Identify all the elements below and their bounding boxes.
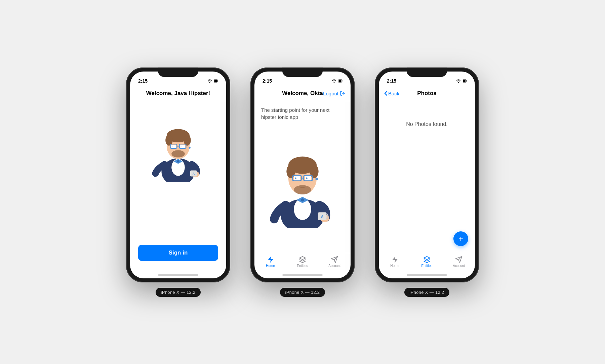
tab-entities-3[interactable]: Entities — [417, 256, 437, 268]
tab-entities-label-3: Entities — [421, 264, 433, 268]
svg-point-43 — [310, 165, 319, 178]
svg-text:A: A — [321, 214, 324, 218]
logout-icon — [340, 91, 345, 96]
back-button[interactable]: Back — [384, 91, 399, 96]
back-label: Back — [388, 91, 399, 96]
notch2 — [282, 67, 323, 77]
phone2-screen: 2:15 Welcome, Okta Logout — [254, 72, 351, 278]
home-screen-content: The starting point for your next hipster… — [254, 101, 351, 253]
svg-rect-59 — [467, 80, 467, 81]
logout-button[interactable]: Logout — [323, 91, 345, 96]
tab-home-label-2: Home — [266, 264, 275, 268]
phone2-frame: 2:15 Welcome, Okta Logout — [250, 67, 355, 282]
phone3-screen: 2:15 Back Photos — [379, 72, 475, 278]
logout-label: Logout — [323, 91, 338, 96]
status-icons-3 — [456, 79, 467, 83]
photos-screen-content: No Photos found. + — [379, 101, 475, 253]
tab-entities-label-2: Entities — [297, 264, 308, 268]
layers-icon-2 — [299, 256, 306, 263]
phone3-frame: 2:15 Back Photos — [375, 67, 479, 282]
nav-title-1: Welcome, Java Hipster! — [146, 90, 210, 97]
notch1 — [158, 67, 198, 77]
svg-rect-29 — [342, 80, 343, 81]
battery-icon-1 — [214, 79, 218, 83]
bolt-icon-3 — [391, 256, 399, 263]
svg-point-35 — [301, 198, 304, 201]
svg-point-16 — [171, 150, 185, 157]
phone2-label: iPhone X — 12.2 — [280, 288, 325, 297]
svg-point-27 — [334, 82, 335, 83]
status-time-2: 2:15 — [263, 78, 272, 84]
svg-marker-61 — [392, 256, 398, 262]
phone3-wrapper: 2:15 Back Photos — [375, 67, 479, 297]
nav-title-3: Photos — [417, 90, 437, 97]
nav-bar-3: Back Photos — [379, 86, 475, 101]
svg-rect-48 — [294, 176, 300, 180]
tab-home-3[interactable]: Home — [385, 256, 405, 268]
tab-account-3[interactable]: Account — [449, 256, 469, 268]
home-bar-2 — [282, 274, 323, 276]
avatar-svg-2: A — [266, 124, 339, 228]
wifi-icon-1 — [207, 79, 212, 83]
phone3-label: iPhone X — 12.2 — [404, 288, 450, 297]
account-icon-3 — [455, 256, 462, 263]
no-photos-text: No Photos found. — [406, 121, 448, 127]
svg-point-57 — [458, 82, 459, 83]
svg-rect-3 — [214, 80, 217, 82]
svg-rect-60 — [463, 80, 466, 82]
account-icon-2 — [331, 256, 338, 263]
wifi-icon-3 — [456, 79, 461, 83]
svg-point-26 — [189, 147, 191, 148]
svg-marker-62 — [424, 256, 430, 259]
status-icons-1 — [207, 79, 218, 83]
phone1-screen: 2:15 Welcome, Java Hipster! — [130, 72, 226, 278]
battery-icon-2 — [338, 79, 342, 83]
svg-point-42 — [286, 165, 295, 178]
tab-home-label-3: Home — [390, 264, 399, 268]
tab-account-label-2: Account — [328, 264, 340, 268]
svg-point-44 — [294, 185, 311, 194]
phone1-label: iPhone X — 12.2 — [156, 288, 201, 297]
tab-account-2[interactable]: Account — [324, 256, 345, 268]
status-icons-2 — [331, 79, 342, 83]
avatar-svg-1: A — [148, 108, 208, 182]
nav-bar-1: Welcome, Java Hipster! — [130, 86, 226, 101]
bolt-icon-2 — [267, 256, 274, 263]
home-bar-3 — [407, 274, 447, 276]
status-time-3: 2:15 — [387, 78, 396, 84]
svg-point-0 — [209, 82, 210, 83]
svg-marker-53 — [268, 256, 273, 262]
fab-add-button[interactable]: + — [453, 231, 468, 246]
home-subtitle: The starting point for your next hipster… — [261, 106, 344, 121]
login-screen-content: A — [130, 101, 226, 274]
layers-icon-3 — [423, 256, 431, 263]
phones-container: 2:15 Welcome, Java Hipster! — [126, 67, 479, 297]
tab-entities-2[interactable]: Entities — [292, 256, 313, 268]
phone2-wrapper: 2:15 Welcome, Okta Logout — [250, 67, 355, 297]
back-chevron-icon — [384, 91, 388, 96]
svg-marker-54 — [299, 256, 306, 259]
signin-button[interactable]: Sign in — [138, 245, 218, 261]
phone1-wrapper: 2:15 Welcome, Java Hipster! — [126, 67, 230, 297]
nav-bar-2: Welcome, Okta Logout — [254, 86, 351, 101]
svg-rect-49 — [305, 176, 311, 180]
status-time-1: 2:15 — [138, 78, 148, 84]
notch3 — [407, 67, 447, 77]
tab-bar-3: Home Entities — [379, 253, 475, 274]
wifi-icon-2 — [331, 79, 337, 83]
home-bar-1 — [158, 274, 198, 276]
svg-point-24 — [173, 145, 174, 147]
phone1-frame: 2:15 Welcome, Java Hipster! — [126, 67, 230, 282]
svg-rect-2 — [218, 80, 218, 81]
nav-title-2: Welcome, Okta — [282, 90, 323, 97]
svg-rect-30 — [339, 80, 341, 82]
tab-bar-2: Home Entities — [254, 253, 351, 274]
tab-home-2[interactable]: Home — [260, 256, 281, 268]
svg-point-7 — [177, 160, 179, 162]
svg-point-25 — [182, 145, 184, 147]
tab-account-label-3: Account — [453, 264, 465, 268]
svg-point-52 — [316, 178, 318, 180]
svg-text:A: A — [193, 172, 195, 175]
battery-icon-3 — [463, 79, 467, 83]
